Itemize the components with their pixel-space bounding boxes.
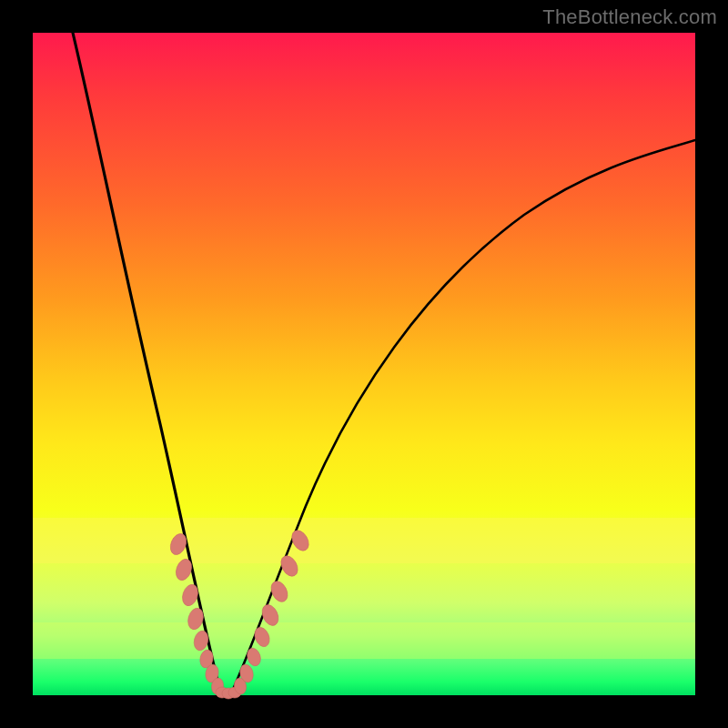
chart-frame: TheBottleneck.com: [0, 0, 728, 728]
marker-dot: [252, 625, 272, 649]
bottleneck-curve-svg: [33, 33, 695, 695]
marker-dot: [245, 646, 262, 667]
watermark-text: TheBottleneck.com: [542, 5, 717, 29]
curve-left-branch: [73, 33, 226, 693]
curve-right-branch: [231, 140, 695, 693]
plot-area: [33, 33, 695, 695]
curve-group: [73, 33, 695, 693]
marker-dot: [180, 582, 201, 608]
marker-dot: [268, 579, 290, 605]
marker-dot: [186, 606, 206, 631]
marker-dot: [259, 602, 282, 629]
